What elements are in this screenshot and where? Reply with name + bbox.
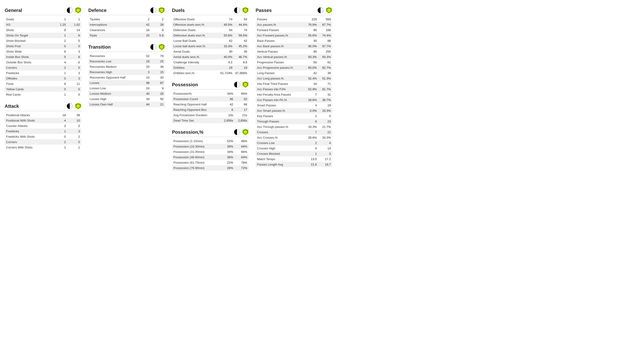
table-row: Yellow Cards 0 0	[5, 87, 81, 92]
stat-label: Possession (76-90min)	[172, 165, 221, 171]
defence-title: Defence	[88, 8, 148, 13]
stat-label: Outside Box Shots	[5, 60, 53, 65]
stat-value-1: 6	[304, 119, 318, 124]
stat-value-2: 5	[318, 113, 332, 119]
table-row: Crosses 7 21	[256, 130, 332, 135]
stat-value-1: 4	[53, 60, 67, 65]
stat-value-2: 5	[67, 38, 81, 44]
stat-value-1: 2	[53, 65, 67, 70]
table-row: Outside Box Shots 4 6	[5, 60, 81, 65]
stat-label: Smart Passes	[256, 103, 304, 108]
stat-label: Acc Passes into F3%	[256, 87, 304, 92]
stat-value-2: 71	[318, 81, 332, 87]
stat-value-1: 2	[53, 139, 67, 145]
stat-label: Offensive duels won,%	[172, 22, 219, 27]
stat-value-2: 23	[318, 119, 332, 124]
stat-label: Acc Forward passes,%	[256, 33, 304, 38]
table-row: Possession (1-15min) 52% 48%	[172, 138, 249, 144]
stat-value-1: 36%	[221, 155, 235, 160]
stat-value-1: 33.3%	[304, 124, 318, 130]
stat-label: Fouls	[5, 81, 53, 87]
stat-value-2: 54	[234, 17, 248, 22]
attack-table: Positional Attacks 18 39 Positional With…	[5, 113, 81, 150]
stat-value-2: 6	[67, 33, 81, 38]
stat-label: Loose ball duels won,%	[172, 44, 219, 49]
table-row: Acc Long passes,% 52.4% 51.3%	[256, 76, 332, 81]
table-row: Freekicks With Shots 0 2	[5, 134, 81, 139]
stat-label: Losses Medium	[88, 91, 137, 96]
newcastle-badge-transition	[150, 44, 156, 50]
stat-label: Passes Length Avg	[256, 162, 304, 167]
stat-value-1: 29	[219, 65, 234, 70]
stat-value-1: 52	[137, 53, 151, 59]
stat-value-1: 1	[53, 92, 67, 97]
table-row: Acc passes,% 76.9% 87.7%	[256, 22, 332, 27]
stat-value-2: 66%	[235, 91, 249, 96]
table-row: Match Tempo 13.5 17.2	[256, 156, 332, 162]
stat-value-2: 3	[67, 49, 81, 54]
stat-label: Dribbles	[172, 65, 219, 70]
stat-label: Possession Count	[172, 96, 221, 102]
stat-value-1: 1	[304, 151, 318, 156]
stat-value-2: 46.7%	[234, 54, 248, 60]
table-row: Possession (16-30min) 36% 64%	[172, 144, 249, 149]
stat-label: Possession (61-75min)	[172, 160, 221, 165]
transition-title: Transition	[88, 44, 148, 50]
stat-label: Possession (1-15min)	[172, 138, 221, 144]
stat-value-2: 44.4%	[234, 22, 248, 27]
stat-value-1: 90.0%	[304, 44, 318, 49]
stat-value-2: 21.7%	[318, 124, 332, 130]
stat-label: Into Final Third Passes	[256, 81, 304, 87]
norwich-badge-possession	[242, 81, 249, 88]
table-row: Goals 1 1	[5, 17, 81, 22]
column-4: Passes Passes 229 569 Acc passes,%	[256, 7, 332, 171]
table-row: Crosses High 4 14	[256, 146, 332, 151]
stat-value-2: 30	[234, 49, 248, 54]
stat-value-1: 22%	[221, 160, 235, 165]
stat-label: Losses High	[88, 96, 137, 102]
table-row: Losses 98 87	[88, 80, 165, 86]
stat-value-1: 34%	[221, 91, 235, 96]
table-row: Long Passes 42 39	[256, 70, 332, 76]
section-general-header: General	[5, 7, 81, 15]
stat-label: Inside Box Shots	[5, 54, 53, 60]
stat-value-2: 48%	[235, 138, 249, 144]
table-row: Dead Time Sec 2,856s 2,856s	[172, 118, 249, 123]
passes-table: Passes 229 569 Acc passes,% 76.9% 87.7% …	[256, 17, 332, 167]
stat-label: Losses	[88, 80, 137, 86]
stat-value-2: 168	[318, 27, 332, 33]
stat-value-2: 87	[151, 80, 165, 86]
stat-value-1: 1.25	[53, 22, 67, 27]
stat-value-2: 3	[67, 70, 81, 76]
stat-label: Freekicks	[5, 70, 53, 76]
table-row: Shots Wide 6 3	[5, 49, 81, 54]
stat-value-2: 30	[151, 75, 165, 80]
stat-value-2: 5	[67, 65, 81, 70]
stat-value-2: 5.9	[151, 33, 165, 38]
stat-label: Avg Possession Duration	[172, 113, 221, 118]
stat-label: Positional With Shots	[5, 118, 53, 123]
stat-label: Corners	[5, 65, 53, 70]
stat-value-2: 0	[67, 123, 81, 129]
section-possession-pct: Possession,% Possession (1-15min) 52% 48…	[172, 129, 249, 171]
stat-value-1: 36%	[221, 144, 235, 149]
stat-value-2: 17.2	[318, 156, 332, 162]
table-row: Possession (61-75min) 22% 78%	[172, 160, 249, 165]
stat-value-2: 18	[318, 103, 332, 108]
stat-value-1: 16	[137, 27, 151, 33]
stat-value-2: 39	[151, 64, 165, 70]
section-possession-header: Possession	[172, 81, 249, 89]
stat-value-2: 74	[234, 27, 248, 33]
stat-label: Recoveries	[88, 53, 137, 59]
table-row: Shots On Target 1 6	[5, 33, 81, 38]
stat-value-2: 51.3%	[318, 76, 332, 81]
section-defence-header: Defence	[88, 7, 165, 15]
stat-label: Forward Passes	[256, 27, 304, 33]
norwich-badge-possession-pct	[242, 129, 249, 135]
general-table: Goals 1 1 XG 1.25 1.02 Shots 9 14 Shots …	[5, 17, 81, 97]
stat-value-1: 9	[53, 27, 67, 33]
stat-label: Crosses Low	[256, 140, 304, 146]
newcastle-badge-possession	[234, 81, 240, 88]
stat-label: Match Tempo	[256, 156, 304, 162]
stat-value-2: 15	[151, 70, 165, 75]
